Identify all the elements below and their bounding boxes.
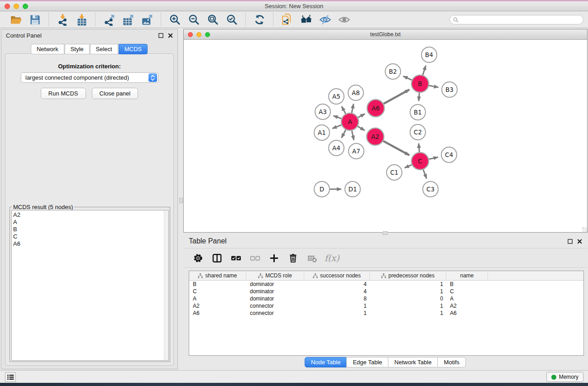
window-resize-grip[interactable] (582, 227, 587, 232)
table-row[interactable]: Bdominator41B (189, 281, 583, 288)
columns-icon[interactable] (210, 252, 223, 264)
table-cell[interactable]: connector (246, 302, 304, 310)
search-input[interactable] (459, 16, 583, 24)
table-row[interactable]: A2connector11A2 (189, 302, 583, 310)
vertical-splitter-grip[interactable] (179, 198, 183, 203)
mcds-result-scrollbar[interactable] (164, 210, 168, 360)
graph-node-A5[interactable]: A5 (329, 89, 344, 104)
mcds-result-item[interactable]: B (13, 226, 164, 233)
home-icon[interactable] (299, 13, 313, 26)
graph-node-B1[interactable]: B1 (410, 105, 425, 120)
zoom-out-icon[interactable] (187, 13, 201, 26)
deselect-all-icon[interactable] (249, 252, 261, 264)
graph-node-C3[interactable]: C3 (423, 181, 438, 197)
close-panel-button[interactable]: Close panel (92, 88, 139, 99)
table-cell[interactable]: A (446, 295, 488, 302)
graph-node-A2[interactable]: A2 (367, 128, 384, 145)
clone-network-icon[interactable] (280, 13, 294, 26)
graph-node-B2[interactable]: B2 (385, 64, 401, 79)
table-cell[interactable]: A2 (189, 302, 246, 310)
tab-style[interactable]: Style (65, 44, 90, 54)
table-row[interactable]: Adominator80A (189, 295, 583, 302)
table-cell[interactable]: dominator (246, 281, 304, 288)
table-cell[interactable]: B (446, 281, 488, 288)
export-table-icon[interactable] (121, 13, 135, 26)
graph-node-D1[interactable]: D1 (345, 181, 360, 197)
tab-edge-table[interactable]: Edge Table (346, 357, 388, 367)
table-cell[interactable]: 4 (304, 288, 370, 295)
table-cell[interactable]: 4 (304, 281, 370, 288)
table-cell[interactable]: 1 (370, 310, 446, 317)
task-history-button[interactable] (5, 372, 16, 382)
table-cell[interactable]: A6 (446, 310, 488, 317)
graph-node-A8[interactable]: A8 (348, 85, 363, 100)
mcds-result-listbox[interactable]: A2ABCA6 (11, 210, 169, 361)
horizontal-splitter-grip[interactable] (382, 231, 388, 235)
mcds-result-item[interactable]: C (13, 233, 164, 240)
float-panel-icon[interactable] (158, 33, 163, 38)
open-file-icon[interactable] (9, 13, 23, 26)
tab-mcds[interactable]: MCDS (119, 44, 148, 54)
zoom-fit-icon[interactable] (206, 13, 220, 26)
save-session-icon[interactable] (28, 13, 42, 26)
export-image-icon[interactable] (140, 13, 154, 26)
graph-node-A3[interactable]: A3 (315, 104, 330, 119)
mcds-result-item[interactable]: A (13, 219, 164, 226)
hide-panel-icon[interactable] (318, 13, 332, 26)
table-cell[interactable]: 1 (304, 310, 370, 317)
zoom-selected-icon[interactable] (225, 13, 239, 26)
tab-node-table[interactable]: Node Table (305, 357, 347, 367)
column-header-MCDS-role[interactable]: MCDS role (246, 271, 304, 281)
table-cell[interactable]: 1 (304, 302, 370, 310)
table-cell[interactable]: A2 (446, 302, 488, 310)
show-panel-icon[interactable] (337, 13, 351, 26)
import-network-icon[interactable] (56, 13, 69, 26)
add-row-icon[interactable] (268, 252, 280, 264)
search-field[interactable] (449, 15, 583, 24)
column-header-name[interactable]: name (446, 271, 488, 281)
graph-node-C2[interactable]: C2 (410, 124, 425, 140)
mcds-result-item[interactable]: A2 (13, 211, 164, 219)
tab-select[interactable]: Select (90, 44, 118, 54)
table-row[interactable]: A6connector11A6 (189, 310, 583, 317)
graph-node-A6[interactable]: A6 (367, 100, 384, 117)
import-table-icon[interactable] (75, 13, 88, 26)
tab-network[interactable]: Network (31, 44, 64, 54)
graph-node-A4[interactable]: A4 (329, 140, 344, 156)
table-cell[interactable]: 1 (370, 281, 446, 288)
table-cell[interactable]: dominator (246, 288, 304, 295)
zoom-in-icon[interactable] (168, 13, 182, 26)
column-header-shared-name[interactable]: shared name (189, 271, 246, 281)
run-mcds-button[interactable]: Run MCDS (41, 88, 86, 99)
table-row[interactable]: Cdominator41C (189, 288, 583, 295)
export-network-icon[interactable] (102, 13, 116, 26)
graph-node-B4[interactable]: B4 (421, 47, 437, 62)
graph-node-B[interactable]: B (411, 75, 429, 92)
column-header-predecessor-nodes[interactable]: predecessor nodes (370, 271, 446, 281)
graph-node-A1[interactable]: A1 (314, 125, 330, 140)
table-cell[interactable]: connector (246, 310, 304, 317)
gear-icon[interactable] (191, 252, 204, 264)
column-header-successor-nodes[interactable]: successor nodes (304, 271, 370, 281)
graph-node-C1[interactable]: C1 (387, 165, 402, 180)
memory-button[interactable]: Memory (546, 372, 583, 382)
network-canvas[interactable]: B4B2BB3A8A5A6A3B1AA1C2A2A4A7C4CC1C3DD1 (184, 40, 587, 232)
table-cell[interactable]: 1 (370, 288, 446, 295)
table-cell[interactable]: A6 (189, 310, 246, 317)
tab-motifs[interactable]: Motifs (437, 357, 466, 367)
table-cell[interactable]: A (189, 295, 246, 302)
table-cell[interactable]: 1 (370, 302, 446, 310)
mcds-result-item[interactable]: A6 (13, 240, 164, 248)
table-cell[interactable]: C (189, 288, 246, 295)
table-cell[interactable]: dominator (246, 295, 304, 302)
table-cell[interactable]: B (189, 281, 246, 288)
optimization-criterion-dropdown[interactable]: largest connected component (directed) (21, 72, 158, 83)
graph-node-A[interactable]: A (341, 113, 359, 130)
graph-node-D[interactable]: D (314, 181, 330, 197)
close-table-panel-icon[interactable] (577, 239, 582, 244)
select-all-icon[interactable] (229, 252, 242, 264)
tab-network-table[interactable]: Network Table (388, 357, 438, 367)
close-panel-icon[interactable] (168, 33, 173, 38)
table-cell[interactable]: 8 (304, 295, 370, 302)
table-cell[interactable]: 0 (370, 295, 446, 302)
